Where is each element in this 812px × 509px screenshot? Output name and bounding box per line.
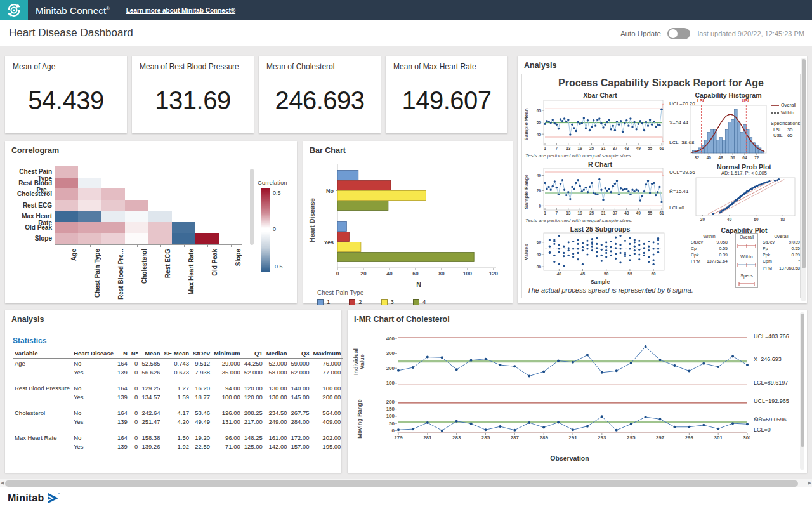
correlogram-cell[interactable] [102, 188, 125, 200]
correlogram-cell[interactable] [55, 188, 78, 200]
svg-text:Yes: Yes [324, 239, 334, 246]
auto-update-toggle[interactable] [667, 28, 690, 39]
bar-legend-item: 3 [381, 298, 394, 305]
scroll-right-arrow[interactable]: ▶ [808, 480, 811, 486]
correlogram-cell[interactable] [148, 222, 172, 234]
correlogram-cell[interactable] [172, 222, 195, 234]
correlogram-cell[interactable] [102, 233, 125, 244]
scrollbar-thumb[interactable] [5, 480, 798, 487]
kpi-value: 131.69 [132, 86, 254, 115]
svg-text:1: 1 [544, 211, 546, 215]
correlogram-col-label: Old Peak [211, 249, 219, 319]
kpi-label: Mean of Cholesterol [266, 62, 334, 71]
svg-text:40: 40 [537, 173, 542, 178]
correlogram-cell[interactable] [55, 166, 78, 178]
correlogram-cell[interactable] [55, 178, 78, 189]
correlogram-cell[interactable] [125, 222, 148, 234]
svg-text:7: 7 [556, 211, 558, 215]
correlogram-cell[interactable] [102, 200, 125, 211]
bar-legend-item: 2 [349, 298, 362, 305]
correlogram-x-axis [55, 244, 242, 245]
sixpack-report: Process Capability Sixpack Report for Ag… [521, 74, 801, 298]
correlogram-cell[interactable] [55, 211, 78, 222]
kpi-card-mean-rest-bp: Mean of Rest Blood Pressure 131.69 [132, 56, 254, 133]
overall-line-swatch [771, 103, 779, 107]
kpi-value: 246.693 [259, 86, 381, 115]
imr-vertical-scrollbar[interactable] [800, 312, 804, 470]
kpi-value: 54.439 [5, 86, 127, 115]
capplot-within-rows: StDev9.058Cp0.55Cpk0.39PPM137752.64 [691, 239, 728, 265]
correlogram-cell[interactable] [78, 233, 102, 244]
table-row: AgeNo164052.5850.7439.51229.00044.25052.… [13, 359, 343, 368]
column-header: Q1 [242, 348, 265, 359]
svg-text:25: 25 [589, 146, 594, 150]
correlogram-cell[interactable] [125, 233, 148, 244]
page-title: Heart Disease Dashboard [9, 27, 133, 39]
minitab-connect-logo[interactable] [0, 0, 28, 20]
panel-title: Bar Chart [310, 146, 346, 155]
correlogram-cell[interactable] [148, 211, 172, 222]
npp-svg: 20406080 [692, 176, 799, 223]
r-note: Tests are performed with unequal sample … [525, 218, 632, 223]
correlogram-cell[interactable] [55, 222, 78, 234]
svg-text:150: 150 [386, 406, 395, 412]
svg-text:19: 19 [578, 211, 583, 215]
table-row: Yes1390251.474.2049.49131.00217.00249.00… [13, 417, 343, 426]
svg-text:20: 20 [360, 270, 367, 277]
specs-interval [736, 280, 757, 288]
sigma-note: The actual process spread is represented… [527, 286, 693, 294]
correlogram-cell[interactable] [148, 233, 172, 244]
svg-text:40: 40 [386, 270, 393, 277]
correlogram-cell[interactable] [125, 211, 148, 222]
horizontal-scrollbar[interactable]: ◀ ▶ [0, 479, 812, 487]
svg-text:283: 283 [452, 435, 461, 440]
correlogram-cell[interactable] [55, 200, 78, 211]
svg-text:300: 300 [386, 350, 395, 356]
sixpack-vertical-scrollbar[interactable] [801, 58, 806, 301]
analysis-stats-panel: Analysis Statistics VariableHeart Diseas… [5, 310, 341, 473]
correlogram-cell[interactable] [78, 200, 102, 211]
svg-text:49: 49 [636, 146, 641, 150]
mr-lcl-label: LCL=0 [754, 426, 771, 433]
svg-text:61: 61 [659, 211, 664, 215]
column-header: N* [129, 348, 140, 359]
correlogram-cell[interactable] [78, 188, 102, 200]
svg-text:0: 0 [336, 270, 339, 277]
specifications-block: Specifications LSL35 USL65 [771, 121, 801, 138]
correlogram-cell[interactable] [172, 233, 195, 244]
learn-more-link[interactable]: Learn more about Minitab Connect® [126, 7, 235, 14]
imr-xlabel: Observation [398, 454, 741, 462]
svg-text:303: 303 [743, 435, 750, 440]
correlogram-cell[interactable] [102, 211, 125, 222]
svg-text:285: 285 [481, 435, 490, 440]
svg-text:55: 55 [627, 272, 632, 276]
correlogram-col-label: Rest ECG [164, 249, 173, 319]
correlogram-cell[interactable] [102, 222, 125, 234]
svg-text:65: 65 [537, 109, 542, 113]
correlogram-cell[interactable] [55, 233, 78, 244]
last25-ylabel: Values [523, 236, 529, 268]
svg-text:31: 31 [601, 211, 606, 215]
correlogram-col-label: Cholesterol [141, 249, 149, 319]
scroll-left-arrow[interactable]: ◀ [1, 480, 4, 486]
correlogram-col-label: Age [70, 249, 79, 319]
imr-panel: I-MR Chart of Cholesterol IndividualValu… [348, 310, 807, 473]
capplot-boxes: Overall Within Specs [735, 233, 758, 288]
svg-text:100: 100 [386, 380, 395, 386]
correlogram-cell[interactable] [195, 233, 219, 244]
svg-text:293: 293 [598, 435, 606, 440]
correlogram-cell[interactable] [78, 178, 102, 189]
svg-text:1: 1 [544, 146, 546, 150]
correlogram-cell[interactable] [78, 211, 102, 222]
correlogram-cell[interactable] [125, 200, 148, 211]
spec-title: Specifications [771, 121, 801, 126]
capplot-stat-row: Cp0.55 [691, 246, 728, 252]
svg-text:301: 301 [714, 435, 723, 440]
correlogram-cell[interactable] [78, 222, 102, 234]
kpi-label: Mean of Age [13, 62, 55, 71]
correlogram-scrollbar[interactable] [249, 169, 253, 245]
brand-title: Minitab Connect® [36, 5, 110, 16]
correlogram-col-label: Chest Pain Type [94, 249, 102, 319]
r-center-label: R̄=15.41 [669, 188, 688, 194]
column-header: Mean [140, 348, 162, 359]
